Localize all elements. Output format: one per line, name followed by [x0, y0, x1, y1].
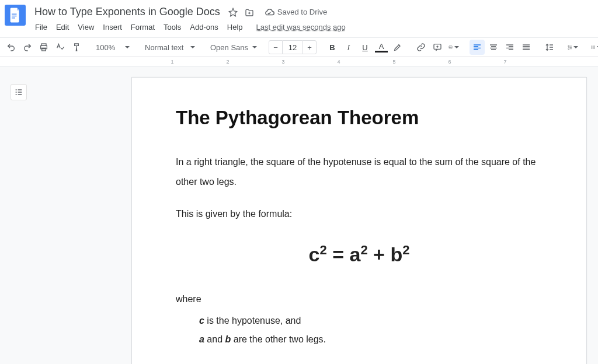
menu-tools[interactable]: Tools — [160, 20, 185, 34]
font-family-select[interactable]: Open Sans — [207, 40, 260, 55]
menu-bar: File Edit View Insert Format Tools Add-o… — [32, 20, 592, 34]
svg-rect-1 — [12, 16, 16, 16]
font-size-increase-button[interactable]: + — [303, 40, 317, 54]
italic-button[interactable]: I — [341, 40, 356, 55]
menu-view[interactable]: View — [74, 20, 98, 34]
doc-paragraph: This is given by the formula: — [176, 204, 543, 224]
docs-logo[interactable] — [5, 5, 26, 26]
doc-paragraph: In a right triangle, the square of the h… — [176, 152, 543, 191]
horizontal-ruler[interactable]: 1 2 3 4 5 6 7 — [131, 57, 593, 66]
doc-heading: The Pythagorean Theorem — [176, 107, 543, 129]
paragraph-style-select[interactable]: Normal text — [141, 40, 199, 55]
zoom-select[interactable]: 100% — [92, 40, 133, 55]
menu-addons[interactable]: Add-ons — [186, 20, 221, 34]
undo-button[interactable] — [4, 40, 19, 55]
add-comment-button[interactable] — [430, 40, 445, 55]
line-spacing-button[interactable] — [542, 40, 557, 55]
saved-text: Saved to Drive — [277, 8, 327, 16]
svg-point-11 — [592, 46, 592, 47]
menu-help[interactable]: Help — [224, 20, 246, 34]
star-icon[interactable] — [228, 7, 238, 18]
menu-format[interactable]: Format — [127, 20, 158, 34]
move-icon[interactable] — [244, 7, 255, 18]
last-edit-link[interactable]: Last edit was seconds ago — [256, 23, 346, 32]
align-left-button[interactable] — [470, 40, 485, 55]
document-title[interactable]: How to Type Exponents in Google Docs — [32, 5, 223, 19]
insert-link-button[interactable] — [413, 40, 429, 55]
doc-paragraph: where — [176, 289, 543, 309]
svg-rect-2 — [12, 18, 15, 18]
svg-rect-9 — [568, 46, 569, 47]
doc-definition: a and b are the other two legs. — [176, 330, 543, 349]
cloud-status[interactable]: Saved to Drive — [264, 8, 327, 16]
print-button[interactable] — [36, 40, 51, 55]
text-color-button[interactable]: A — [374, 40, 389, 55]
menu-insert[interactable]: Insert — [99, 20, 126, 34]
menu-edit[interactable]: Edit — [53, 20, 72, 34]
font-size-input[interactable] — [283, 40, 303, 54]
doc-definition: c is the hypotenuse, and — [176, 312, 543, 330]
bullet-list-button[interactable] — [589, 40, 598, 55]
svg-point-12 — [592, 47, 592, 48]
doc-equation: c2 = a2 + b2 — [176, 243, 543, 266]
document-outline-button[interactable] — [11, 84, 27, 100]
checklist-button[interactable] — [565, 40, 580, 55]
svg-point-13 — [592, 48, 592, 49]
menu-file[interactable]: File — [32, 20, 51, 34]
align-center-button[interactable] — [486, 40, 501, 55]
underline-button[interactable]: U — [357, 40, 373, 55]
svg-rect-0 — [12, 14, 16, 15]
svg-rect-10 — [568, 48, 569, 50]
spellcheck-button[interactable] — [53, 40, 68, 55]
paint-format-button[interactable] — [69, 40, 84, 55]
font-size-decrease-button[interactable]: − — [269, 40, 283, 54]
toolbar: 100% Normal text Open Sans − + B I U A — [0, 37, 598, 57]
align-justify-button[interactable] — [519, 40, 534, 55]
document-page[interactable]: The Pythagorean Theorem In a right trian… — [131, 77, 587, 364]
insert-image-button[interactable] — [446, 40, 461, 55]
bold-button[interactable]: B — [325, 40, 340, 55]
redo-button[interactable] — [20, 40, 35, 55]
highlight-button[interactable] — [390, 40, 405, 55]
align-right-button[interactable] — [502, 40, 517, 55]
